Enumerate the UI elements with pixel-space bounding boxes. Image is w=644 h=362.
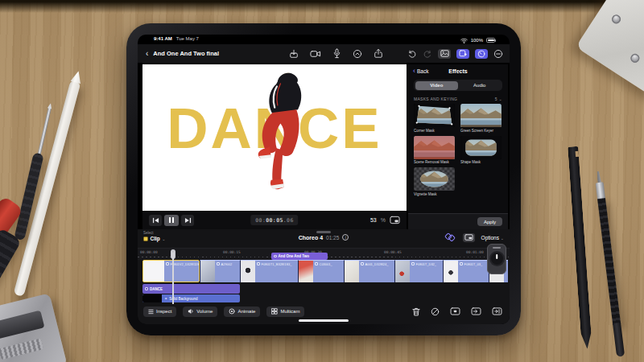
battery-percent: 100% <box>471 38 483 43</box>
camera-icon[interactable] <box>310 49 321 59</box>
media-type-segmented-control: Video Audio <box>414 80 502 91</box>
clip-thumbnail <box>444 261 458 282</box>
clip-thumbnail <box>241 261 255 282</box>
background-clip[interactable]: ✦ Solid Background <box>142 294 240 302</box>
loop-browser-icon[interactable] <box>444 232 456 242</box>
append-clip-icon[interactable] <box>492 307 502 315</box>
section-count[interactable]: 5 ⌄ <box>495 97 502 101</box>
apply-row: Apply <box>408 213 508 229</box>
clip-audio-dial[interactable] <box>487 244 506 274</box>
wifi-icon <box>460 38 468 43</box>
redo-icon[interactable] <box>423 49 432 59</box>
back-chevron-icon[interactable]: ‹ <box>146 49 148 58</box>
title-clip[interactable]: DANCE <box>142 284 240 294</box>
main-content: DANCE <box>138 63 510 229</box>
skip-back-button[interactable] <box>149 215 162 226</box>
effect-corner-mask[interactable]: Corner Mask <box>414 104 455 133</box>
precision-pen-tool <box>594 171 625 356</box>
playhead-line <box>172 253 173 304</box>
screw <box>629 52 641 64</box>
connected-clip[interactable]: And One And Two <box>271 253 328 260</box>
status-date: Tue May 7 <box>176 36 199 44</box>
inspector-button[interactable] <box>475 49 488 59</box>
home-indicator[interactable] <box>299 319 349 323</box>
clip-thumbnail <box>345 261 359 282</box>
zoom-out-button[interactable] <box>493 49 503 59</box>
title-type-icon <box>145 287 148 290</box>
clip-thumbnail <box>299 261 313 282</box>
timeline-header: Select Clip ⌄ Choreo 4 01:25 i <box>138 229 510 248</box>
background-thumbnail <box>142 294 162 302</box>
timeline-toolbar: Inspect Volume Animate <box>138 304 510 319</box>
photo-icon <box>440 50 449 57</box>
overlay-clip-icon[interactable] <box>450 307 460 315</box>
capture-icon[interactable] <box>353 49 362 59</box>
battery-icon <box>486 38 495 43</box>
timeline-resize-handle[interactable] <box>316 231 331 233</box>
disable-icon[interactable] <box>431 307 440 316</box>
ruler-tick: 00:01:00 <box>466 250 484 254</box>
transport-bar: 00:00:05.06 53 % <box>142 211 407 229</box>
ruler-tick: 00:00:00 <box>140 250 158 254</box>
import-icon[interactable] <box>289 49 299 59</box>
picture-in-picture-button[interactable] <box>463 233 475 242</box>
undo-icon[interactable] <box>407 49 417 59</box>
section-title: MASKS AND KEYING <box>414 97 457 101</box>
effect-vignette-mask[interactable]: Vignette Mask <box>414 167 455 196</box>
pause-button[interactable] <box>164 215 179 226</box>
scene-removal-thumbnail <box>414 136 455 159</box>
metal-bracket <box>576 0 644 113</box>
speaker-icon <box>188 308 194 315</box>
screw <box>610 13 622 25</box>
tab-video[interactable]: Video <box>415 81 459 90</box>
timeline-clip[interactable]: A29002 <box>200 260 240 282</box>
metal-clamp <box>0 293 68 362</box>
project-title[interactable]: And One And Two final <box>153 50 219 57</box>
timeline-clip[interactable]: F0801T1_B328I1S3_ <box>240 260 298 282</box>
timeline-clip[interactable]: F0801T_D32_ <box>394 260 443 282</box>
media-browser-button[interactable] <box>438 49 451 59</box>
status-time: 9:41 AM <box>154 36 172 44</box>
ipad-device: 9:41 AM Tue May 7 100% ‹ And One And Two… <box>126 23 521 335</box>
playhead[interactable] <box>169 249 177 304</box>
shape-mask-thumbnail <box>460 136 502 159</box>
insert-clip-icon[interactable] <box>471 307 481 315</box>
timeline-clip[interactable]: C03001_ <box>298 260 344 282</box>
effects-panel-title: Effects <box>408 68 508 74</box>
ipad-screen: 9:41 AM Tue May 7 100% ‹ And One And Two… <box>138 35 510 324</box>
clip-thumbnail <box>395 261 410 282</box>
project-name: Choreo 4 <box>299 235 323 241</box>
external-display-icon[interactable] <box>390 216 400 224</box>
zoom-level[interactable]: 53 <box>370 217 377 223</box>
trash-icon[interactable] <box>412 307 420 316</box>
drag-handle <box>493 247 501 249</box>
timecode-display[interactable]: 00:00:05.06 <box>250 215 298 225</box>
video-viewer[interactable]: DANCE <box>142 64 407 211</box>
animate-button[interactable]: Animate <box>224 306 260 317</box>
inspect-button[interactable]: Inspect <box>143 306 176 317</box>
effect-shape-mask[interactable]: Shape Mask <box>460 136 502 165</box>
inspect-icon <box>148 309 154 315</box>
dancer-figure <box>240 68 327 206</box>
status-bar: 9:41 AM Tue May 7 100% <box>138 35 510 44</box>
corner-mask-thumbnail <box>414 104 455 127</box>
apply-button[interactable]: Apply <box>477 217 502 226</box>
tab-audio[interactable]: Audio <box>458 81 502 90</box>
generator-star-icon: ✦ <box>164 296 167 301</box>
screwdriver-shaft <box>37 108 51 157</box>
primary-storyline: F0801V2_D328I11S A29002 F0801T1_B328I1S3… <box>138 260 510 282</box>
clip-type-icon <box>166 262 169 265</box>
info-icon[interactable]: i <box>342 234 349 241</box>
share-icon[interactable] <box>374 48 383 59</box>
clip-thumbnail <box>200 261 215 282</box>
options-button[interactable]: Options ⌄ <box>481 235 504 241</box>
timeline-clip[interactable]: A001_D328I24_ <box>344 260 394 282</box>
skip-forward-button[interactable] <box>181 215 194 226</box>
multicam-button[interactable]: Multicam <box>266 306 304 317</box>
timeline-clip[interactable]: F0801T_03_ <box>443 260 489 282</box>
microphone-icon[interactable] <box>332 48 341 59</box>
effect-green-screen-keyer[interactable]: Green Screen Keyer <box>460 104 502 133</box>
effects-browser-button[interactable] <box>456 49 469 59</box>
effect-scene-removal-mask[interactable]: Scene Removal Mask <box>414 136 455 165</box>
volume-button[interactable]: Volume <box>183 306 217 317</box>
